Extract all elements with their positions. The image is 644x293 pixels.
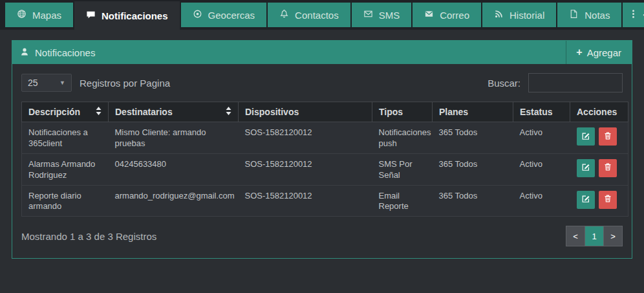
cell-dispositivos: SOS-1582120012 xyxy=(239,153,372,185)
tab-label: Geocercas xyxy=(208,10,255,21)
cell-destinatarios: Mismo Cliente: armando pruebas xyxy=(109,122,239,154)
cell-descripcion: Notificaciones a 365client xyxy=(22,122,109,154)
cell-dispositivos: SOS-1582120012 xyxy=(239,185,372,217)
tab-contactos[interactable]: Contactos xyxy=(268,3,350,27)
globe-icon xyxy=(17,9,27,21)
column-header-planes[interactable]: Planes xyxy=(433,102,513,122)
notifications-panel: Notificaciones + Agregar 25 ▼ Registros … xyxy=(12,40,632,259)
table-row: Reporte diario armando armando_rodriguez… xyxy=(22,185,628,217)
cell-tipos: SMS Por Señal xyxy=(372,153,433,185)
table-controls: 25 ▼ Registros por Pagina Buscar: xyxy=(21,64,623,102)
column-header-estatus[interactable]: Estatus xyxy=(513,102,570,122)
cell-estatus: Activo xyxy=(513,122,570,154)
pagination: < 1 > xyxy=(566,226,623,246)
cell-estatus: Activo xyxy=(513,153,570,185)
edit-icon xyxy=(581,194,590,205)
envelope-icon xyxy=(424,9,434,21)
panel-body: 25 ▼ Registros por Pagina Buscar: xyxy=(12,64,632,217)
tab-label: SMS xyxy=(379,10,400,21)
cell-planes: 365 Todos xyxy=(433,185,513,217)
pagination-prev-button[interactable]: < xyxy=(566,226,585,246)
cell-tipos: Notificaciones push xyxy=(372,122,433,154)
tab-label: Mapas xyxy=(32,10,61,21)
panel-header: Notificaciones + Agregar xyxy=(12,41,632,64)
cell-planes: 365 Todos xyxy=(433,153,513,185)
search-input[interactable] xyxy=(528,73,623,92)
column-header-descripcion[interactable]: Descripción xyxy=(22,102,109,122)
cell-acciones xyxy=(570,153,628,185)
delete-button[interactable] xyxy=(599,191,617,209)
bell-icon xyxy=(279,9,289,21)
edit-icon xyxy=(581,131,590,142)
notifications-table: Descripción Destinatarios Dispositivos T… xyxy=(21,102,628,217)
column-header-dispositivos[interactable]: Dispositivos xyxy=(239,102,372,122)
cell-estatus: Activo xyxy=(513,185,570,217)
pagination-page-1-button[interactable]: 1 xyxy=(585,226,604,246)
comment-icon xyxy=(86,10,96,21)
column-header-acciones: Acciones xyxy=(570,102,628,122)
tab-label: Contactos xyxy=(295,10,339,21)
tab-label: Notificaciones xyxy=(102,10,168,21)
page-size-value: 25 xyxy=(28,78,38,88)
file-icon xyxy=(569,9,579,21)
tab-label: Correo xyxy=(440,10,469,21)
tab-geocercas[interactable]: Geocercas xyxy=(181,3,267,27)
content-area: Notificaciones + Agregar 25 ▼ Registros … xyxy=(0,30,644,269)
records-summary: Mostrando 1 a 3 de 3 Registros xyxy=(21,231,156,242)
trash-icon xyxy=(603,194,612,205)
tab-label: Notas xyxy=(585,10,610,21)
trash-icon xyxy=(603,162,612,173)
tab-historial[interactable]: Historial xyxy=(482,3,556,27)
tab-label: Historial xyxy=(510,10,544,21)
cell-dispositivos: SOS-1582120012 xyxy=(239,122,372,154)
plus-icon: + xyxy=(576,47,582,58)
edit-button[interactable] xyxy=(577,191,595,209)
sort-icon xyxy=(96,107,102,117)
edit-icon xyxy=(581,162,590,173)
tab-more-menu[interactable] xyxy=(623,3,644,27)
table-row: Alarmas Armando Rodriguez 04245633480 SO… xyxy=(22,153,628,185)
delete-button[interactable] xyxy=(599,159,617,177)
tab-sms[interactable]: SMS xyxy=(352,3,412,27)
rss-icon xyxy=(494,9,504,21)
cell-acciones xyxy=(570,185,628,217)
sort-icon xyxy=(226,107,231,117)
caret-down-icon: ▼ xyxy=(59,80,65,86)
edit-button[interactable] xyxy=(577,127,595,146)
column-header-destinatarios[interactable]: Destinatarios xyxy=(109,102,239,122)
ellipsis-v-icon xyxy=(632,9,635,21)
tab-notificaciones[interactable]: Notificaciones xyxy=(74,1,180,30)
cell-planes: 365 Todos xyxy=(433,122,513,154)
cell-acciones xyxy=(570,122,628,154)
search-label: Buscar: xyxy=(488,78,521,89)
add-button[interactable]: + Agregar xyxy=(566,41,624,64)
trash-icon xyxy=(603,131,612,142)
cell-descripcion: Reporte diario armando xyxy=(22,185,109,217)
envelope-outline-icon xyxy=(363,9,373,21)
column-header-tipos[interactable]: Tipos xyxy=(372,102,433,122)
geofence-circle-icon xyxy=(193,9,202,21)
delete-button[interactable] xyxy=(599,127,617,146)
page-size-select[interactable]: 25 ▼ xyxy=(21,74,72,92)
edit-button[interactable] xyxy=(577,159,595,177)
tab-notas[interactable]: Notas xyxy=(557,3,621,27)
cell-descripcion: Alarmas Armando Rodriguez xyxy=(22,153,109,185)
page-size-label: Registros por Pagina xyxy=(80,78,170,89)
table-header-row: Descripción Destinatarios Dispositivos T… xyxy=(22,102,628,122)
cell-destinatarios: armando_rodriguez@gmail.com xyxy=(109,185,239,217)
cell-tipos: Email Reporte xyxy=(372,185,433,217)
table-footer: Mostrando 1 a 3 de 3 Registros < 1 > xyxy=(12,217,632,258)
user-icon xyxy=(20,47,29,58)
top-nav: Mapas Notificaciones Geocercas Contactos… xyxy=(0,0,644,30)
panel-title: Notificaciones xyxy=(35,47,95,58)
tab-correo[interactable]: Correo xyxy=(413,3,481,27)
tab-mapas[interactable]: Mapas xyxy=(5,3,73,27)
pagination-next-button[interactable]: > xyxy=(603,226,623,246)
table-row: Notificaciones a 365client Mismo Cliente… xyxy=(22,122,628,154)
add-button-label: Agregar xyxy=(587,47,621,58)
cell-destinatarios: 04245633480 xyxy=(109,153,239,185)
